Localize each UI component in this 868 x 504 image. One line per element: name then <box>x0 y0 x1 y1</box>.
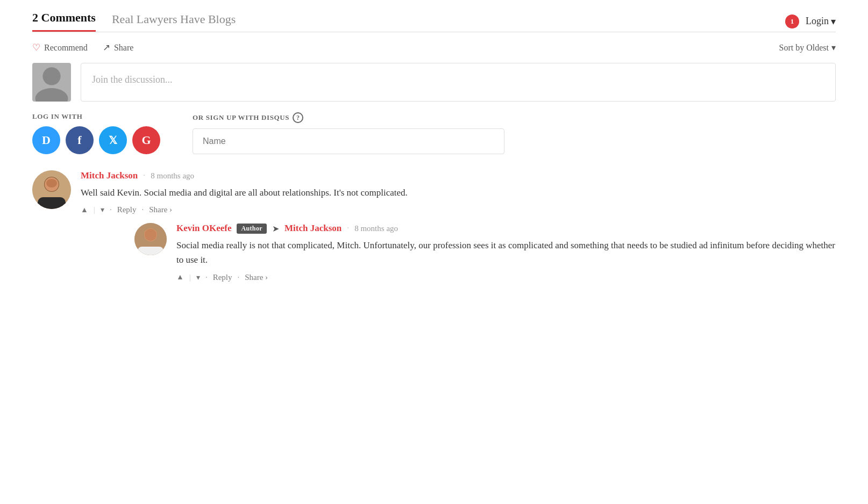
reply-actions-sep-1: · <box>205 273 208 282</box>
sort-label: Sort by Oldest <box>779 43 829 53</box>
twitter-login-button[interactable]: 𝕏 <box>99 126 127 154</box>
login-dropdown-icon: ▾ <box>831 16 836 27</box>
comment-text: Well said Kevin. Social media and digita… <box>81 185 836 200</box>
login-button[interactable]: Login ▾ <box>806 16 836 27</box>
comment-author-name[interactable]: Mitch Jackson <box>81 170 138 181</box>
toolbar-left: ♡ Recommend ↗ Share <box>32 42 133 53</box>
login-signup-section: LOG IN WITH D f 𝕏 G OR SIGN UP WITH DISQ… <box>0 112 868 160</box>
comment-timestamp: 8 months ago <box>151 171 194 181</box>
actions-separator-2: · <box>141 205 144 214</box>
table-row: Kevin OKeefe Author ➤ Mitch Jackson · 8 … <box>134 223 836 282</box>
share-button[interactable]: ↗ Share <box>103 42 133 53</box>
facebook-login-button[interactable]: f <box>66 126 94 154</box>
share-comment-button[interactable]: Share › <box>149 205 172 214</box>
disqus-login-button[interactable]: D <box>32 126 60 154</box>
name-input[interactable] <box>193 128 504 154</box>
current-user-avatar <box>32 63 71 102</box>
reply-downvote-button[interactable]: ▾ <box>196 273 200 282</box>
actions-separator-1: · <box>110 205 112 214</box>
meta-separator: · <box>143 171 145 181</box>
google-icon: G <box>141 133 151 147</box>
svg-rect-9 <box>138 247 163 255</box>
header-right: 1 Login ▾ <box>785 15 836 28</box>
share-label: Share <box>114 43 133 53</box>
reply-vote-divider: | <box>189 273 191 282</box>
reply-to-name[interactable]: Mitch Jackson <box>284 223 341 234</box>
header-tabs: 2 Comments Real Lawyers Have Blogs <box>32 11 236 32</box>
reply-timestamp: 8 months ago <box>354 224 398 233</box>
reply-arrow-icon: ➤ <box>272 224 279 234</box>
tab-comments[interactable]: 2 Comments <box>32 11 96 32</box>
notification-badge[interactable]: 1 <box>785 15 799 28</box>
help-icon[interactable]: ? <box>293 112 303 123</box>
reply-text: Social media really is not that complica… <box>176 238 836 267</box>
google-login-button[interactable]: G <box>132 126 160 154</box>
avatar <box>134 223 167 255</box>
reply-meta: Kevin OKeefe Author ➤ Mitch Jackson · 8 … <box>176 223 836 234</box>
signup-section: OR SIGN UP WITH DISQUS ? <box>193 112 504 154</box>
svg-point-1 <box>35 88 68 102</box>
tab-blog[interactable]: Real Lawyers Have Blogs <box>112 12 236 32</box>
share-icon: ↗ <box>103 42 110 53</box>
sort-dropdown-icon: ▾ <box>831 42 836 53</box>
comment-meta: Mitch Jackson · 8 months ago <box>81 170 836 181</box>
discussion-input[interactable]: Join the discussion... <box>81 63 836 102</box>
signup-label-text: OR SIGN UP WITH DISQUS <box>193 113 289 122</box>
comment-input-area: Join the discussion... <box>0 63 868 112</box>
reply-upvote-button[interactable]: ▲ <box>176 273 184 282</box>
social-icons-group: D f 𝕏 G <box>32 126 160 154</box>
sort-button[interactable]: Sort by Oldest ▾ <box>779 42 836 53</box>
svg-point-10 <box>145 229 156 241</box>
disqus-icon: D <box>42 133 51 147</box>
login-with-label: LOG IN WITH <box>32 112 160 121</box>
comments-list: Mitch Jackson · 8 months ago Well said K… <box>0 160 868 319</box>
svg-rect-4 <box>38 197 66 209</box>
kevin-avatar-image <box>134 223 167 255</box>
svg-point-6 <box>46 179 57 188</box>
user-silhouette-icon <box>32 63 71 102</box>
table-row: Mitch Jackson · 8 months ago Well said K… <box>32 170 836 295</box>
heart-icon: ♡ <box>32 42 40 53</box>
login-label: Login <box>806 16 829 27</box>
mitch-avatar-image <box>32 170 71 209</box>
reply-body: Kevin OKeefe Author ➤ Mitch Jackson · 8 … <box>176 223 836 282</box>
reply-author-name[interactable]: Kevin OKeefe <box>176 223 231 234</box>
reply-share-button[interactable]: Share › <box>245 273 268 282</box>
discussion-placeholder: Join the discussion... <box>92 74 173 85</box>
comment-actions: ▲ | ▾ · Reply · Share › <box>81 205 836 214</box>
recommend-button[interactable]: ♡ Recommend <box>32 42 88 53</box>
reply-actions: ▲ | ▾ · Reply · Share › <box>176 273 836 282</box>
recommend-label: Recommend <box>44 43 88 53</box>
author-badge: Author <box>237 224 267 234</box>
signup-label: OR SIGN UP WITH DISQUS ? <box>193 112 504 123</box>
facebook-icon: f <box>77 133 81 147</box>
vote-divider: | <box>94 205 95 214</box>
svg-point-0 <box>42 67 60 85</box>
login-with-section: LOG IN WITH D f 𝕏 G <box>32 112 160 154</box>
reply-meta-separator: · <box>347 224 349 233</box>
reply-button[interactable]: Reply <box>117 205 137 214</box>
reply-reply-button[interactable]: Reply <box>213 273 232 282</box>
comment-body: Mitch Jackson · 8 months ago Well said K… <box>81 170 836 295</box>
header: 2 Comments Real Lawyers Have Blogs 1 Log… <box>0 0 868 32</box>
toolbar: ♡ Recommend ↗ Share Sort by Oldest ▾ <box>0 32 868 63</box>
upvote-button[interactable]: ▲ <box>81 206 88 214</box>
twitter-icon: 𝕏 <box>109 134 117 147</box>
downvote-button[interactable]: ▾ <box>101 205 104 214</box>
reply-actions-sep-2: · <box>237 273 239 282</box>
avatar <box>32 170 71 209</box>
nested-comment: Kevin OKeefe Author ➤ Mitch Jackson · 8 … <box>134 223 836 282</box>
